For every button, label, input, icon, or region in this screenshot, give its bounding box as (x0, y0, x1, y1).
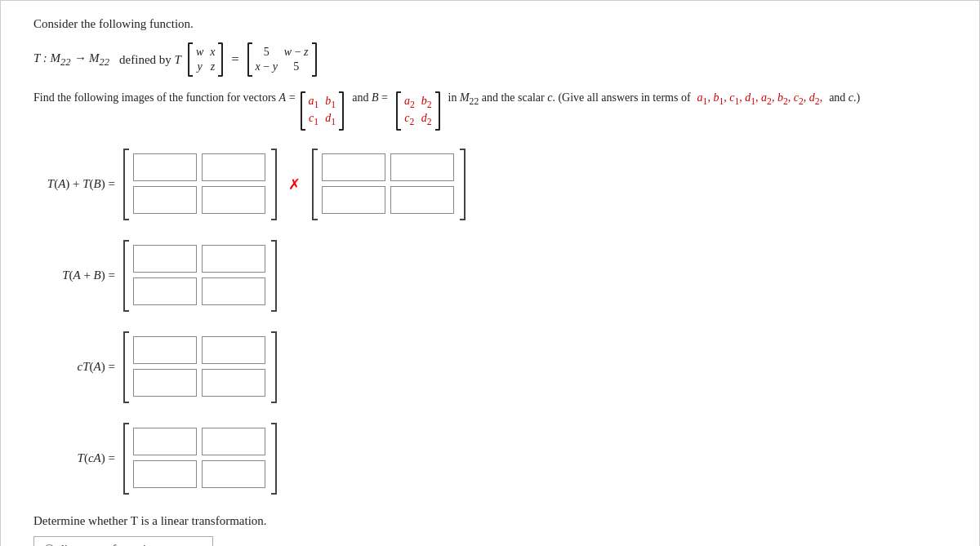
result-entry-xy: x − y (256, 60, 278, 73)
T-entry-y: y (196, 60, 203, 73)
matrix-ctA (123, 331, 277, 403)
in-M22-label: in M22 and the scalar c. (Give all answe… (448, 91, 691, 107)
equation-tcA: T(cA) = (33, 423, 947, 495)
equation-tApB: T(A + B) = (33, 240, 947, 312)
radio-linear-label: linear transformation (61, 544, 158, 546)
tApB-r1c1[interactable] (133, 245, 197, 273)
equals-sign: = (231, 52, 238, 67)
tA-tB-right-r2c1[interactable] (322, 186, 385, 214)
tA-tB-r2c2[interactable] (202, 186, 265, 214)
and-label: and B = (352, 91, 388, 104)
result-entry-wz: w − z (284, 46, 309, 59)
tA-tB-r2c1[interactable] (133, 186, 197, 214)
determine-section: Determine whether T is a linear transfor… (33, 514, 947, 546)
radio-group: linear transformation not a linear trans… (33, 536, 213, 546)
B-entry-c2: c2 (404, 112, 415, 127)
main-page: Consider the following function. T : M22… (0, 0, 980, 546)
definition-row: T : M22 → M22 defined by T w x y z = 5 w… (33, 42, 947, 77)
and-c-label: and c.) (829, 91, 860, 104)
tcA-r2c2[interactable] (202, 460, 265, 488)
tcA-r1c2[interactable] (202, 428, 265, 455)
B-entry-b2: b2 (421, 95, 432, 110)
vars-colored: a1, b1, c1, d1, a2, b2, c2, d2, (697, 91, 823, 107)
result-entry-5b: 5 (284, 60, 309, 73)
ctA-r2c2[interactable] (202, 369, 265, 397)
T-entry-z: z (210, 60, 215, 73)
input-matrix-T: w x y z (188, 42, 224, 77)
title-text: Consider the following function. (33, 17, 194, 30)
matrix-tcA (123, 423, 277, 495)
equation-ctA: cT(A) = (33, 331, 947, 403)
label-tApB: T(A + B) = (33, 269, 115, 282)
ctA-r2c1[interactable] (133, 369, 197, 397)
A-entry-b1: b1 (325, 95, 336, 110)
ctA-r1c2[interactable] (202, 336, 265, 364)
B-entry-d2: d2 (421, 112, 432, 127)
matrix-tA-tB-right (312, 149, 466, 220)
A-entry-a1: a1 (309, 95, 319, 110)
problem-title: Consider the following function. (33, 17, 947, 31)
tApB-r1c2[interactable] (202, 245, 265, 273)
tA-tB-right-r1c1[interactable] (322, 153, 385, 181)
tA-tB-right-r2c2[interactable] (390, 186, 454, 214)
tApB-r2c1[interactable] (133, 277, 197, 305)
label-tA-tB: T(A) + T(B) = (33, 177, 115, 191)
matrix-tApB (123, 240, 277, 312)
B-entry-a2: a2 (404, 95, 415, 110)
matrix-tA-tB-left (123, 149, 277, 220)
radio-option-linear[interactable]: linear transformation (44, 544, 203, 546)
result-matrix-T: 5 w − z x − y 5 (247, 42, 317, 77)
determine-title: Determine whether T is a linear transfor… (33, 514, 947, 528)
result-entry-5a: 5 (256, 46, 278, 59)
matrix-A: a1 b1 c1 d1 (301, 91, 345, 131)
tcA-r2c1[interactable] (133, 460, 197, 488)
tApB-r2c2[interactable] (202, 277, 265, 305)
defined-by-label: defined by T (119, 53, 181, 67)
equation-tA-tB: T(A) + T(B) = ✗ (33, 149, 947, 220)
cross-icon: ✗ (285, 175, 304, 193)
T-entry-w: w (196, 46, 203, 59)
A-entry-c1: c1 (309, 112, 319, 127)
ctA-r1c1[interactable] (133, 336, 197, 364)
tA-tB-r1c2[interactable] (202, 153, 265, 181)
determine-title-text: Determine whether T is a linear transfor… (33, 514, 267, 527)
transform-label: T : M22 → M22 (33, 51, 109, 69)
label-tcA: T(cA) = (33, 451, 115, 465)
images-row: Find the following images of the functio… (33, 91, 947, 131)
tA-tB-r1c1[interactable] (133, 153, 197, 181)
label-ctA: cT(A) = (33, 360, 115, 374)
images-label: Find the following images of the functio… (33, 91, 296, 104)
T-entry-x: x (210, 46, 215, 59)
matrix-B: a2 b2 c2 d2 (396, 91, 440, 131)
tA-tB-right-r1c2[interactable] (390, 153, 454, 181)
A-entry-d1: d1 (325, 112, 336, 127)
tcA-r1c1[interactable] (133, 428, 197, 455)
